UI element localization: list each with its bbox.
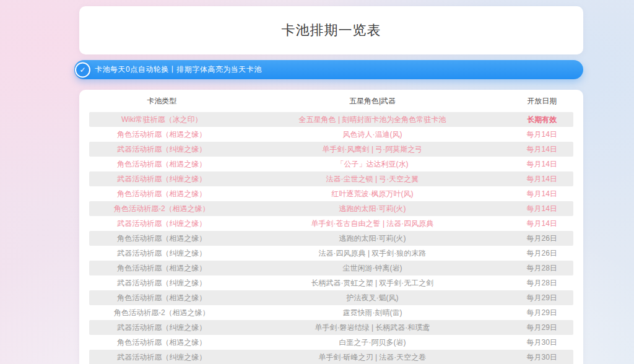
check-circle-icon: ✓ [75,62,90,77]
cell-items: 单手剑·苍古自由之誓 | 法器·四风原典 [235,219,511,229]
cell-date: 每月14日 [510,204,573,214]
cell-items: 单手剑·斫峰之刃 | 法器·天空之卷 [235,352,511,363]
cell-items: 霆霓快雨·刻晴(雷) [235,308,511,318]
table-row: 角色活动祈愿（相遇之缘）逃跑的太阳·可莉(火)每月26日 [89,231,573,246]
title-card: 卡池排期一览表 [79,6,583,54]
cell-type: 武器活动祈愿（纠缠之缘） [89,248,235,259]
table-row: 武器活动祈愿（纠缠之缘）单手剑·风鹰剑 | 弓·阿莫斯之弓每月14日 [89,142,573,157]
cell-date: 每月14日 [510,129,573,140]
table-row: 角色活动祈愿（相遇之缘）护法夜叉·魈(风)每月29日 [89,290,573,305]
table-row: 武器活动祈愿（纠缠之缘）单手剑·斫峰之刃 | 法器·天空之卷每月30日 [89,350,573,364]
cell-date: 每月14日 [510,174,573,184]
cell-items: 法器·四风原典 | 双手剑·狼的末路 [235,248,511,259]
cell-items: 单手剑·磐岩结绿 | 长柄武器·和璞鸢 [235,323,511,333]
table-body: Wiki常驻祈愿（冰之印）全五星角色 | 刻晴封面卡池为全角色常驻卡池长期有效角… [89,112,573,364]
table-row: 武器活动祈愿（纠缠之缘）法器·尘世之锁 | 弓·天空之翼每月14日 [89,171,573,186]
cell-items: 尘世闲游·钟离(岩) [235,263,511,274]
cell-date: 每月28日 [510,263,573,274]
table-header-five-star: 五星角色|武器 [235,96,511,106]
page-title: 卡池排期一览表 [282,21,381,40]
cell-date: 每月26日 [510,233,573,244]
cell-date: 长期有效 [510,115,573,125]
table-row: 武器活动祈愿（纠缠之缘）单手剑·苍古自由之誓 | 法器·四风原典每月14日 [89,216,573,231]
cell-items: 护法夜叉·魈(风) [235,293,511,303]
cell-date: 每月14日 [510,159,573,170]
cell-type: 武器活动祈愿（纠缠之缘） [89,174,235,184]
cell-type: 角色活动祈愿（相遇之缘） [89,233,235,244]
notice-banner: ✓ 卡池每天0点自动轮换丨排期字体高亮为当天卡池 [74,60,583,79]
cell-items: 逃跑的太阳·可莉(火) [235,204,511,214]
cell-items: 逃跑的太阳·可莉(火) [235,233,511,244]
cell-type: 角色活动祈愿（相遇之缘） [89,159,235,170]
table-row: 武器活动祈愿（纠缠之缘）单手剑·磐岩结绿 | 长柄武器·和璞鸢每月29日 [89,320,573,335]
cell-date: 每月28日 [510,278,573,288]
cell-type: 角色活动祈愿（相遇之缘） [89,337,235,348]
cell-type: Wiki常驻祈愿（冰之印） [89,115,235,125]
notice-text: 卡池每天0点自动轮换丨排期字体高亮为当天卡池 [95,64,262,75]
cell-type: 角色活动祈愿-2（相遇之缘） [89,204,235,214]
cell-type: 武器活动祈愿（纠缠之缘） [89,323,235,333]
cell-items: 红叶逐荒波·枫原万叶(风) [235,189,511,199]
cell-type: 武器活动祈愿（纠缠之缘） [89,278,235,288]
schedule-table: 卡池类型 五星角色|武器 开放日期 Wiki常驻祈愿（冰之印）全五星角色 | 刻… [79,90,583,364]
cell-type: 角色活动祈愿（相遇之缘） [89,189,235,199]
table-header-pool-type: 卡池类型 [89,96,235,106]
cell-type: 角色活动祈愿（相遇之缘） [89,263,235,274]
table-header-open-date: 开放日期 [510,96,573,106]
cell-items: 法器·尘世之锁 | 弓·天空之翼 [235,174,511,184]
table-row: 角色活动祈愿-2（相遇之缘）霆霓快雨·刻晴(雷)每月29日 [89,305,573,320]
table-row: 武器活动祈愿（纠缠之缘）法器·四风原典 | 双手剑·狼的末路每月26日 [89,246,573,261]
cell-items: 白垩之子·阿贝多(岩) [235,337,511,348]
cell-items: 全五星角色 | 刻晴封面卡池为全角色常驻卡池 [235,115,511,125]
cell-date: 每月30日 [510,352,573,363]
cell-date: 每月29日 [510,323,573,333]
cell-date: 每月14日 [510,219,573,229]
cell-type: 角色活动祈愿（相遇之缘） [89,293,235,303]
table-row: 角色活动祈愿（相遇之缘）红叶逐荒波·枫原万叶(风)每月14日 [89,186,573,201]
cell-date: 每月29日 [510,293,573,303]
cell-date: 每月29日 [510,308,573,318]
table-row: 角色活动祈愿（相遇之缘）尘世闲游·钟离(岩)每月28日 [89,261,573,275]
cell-type: 武器活动祈愿（纠缠之缘） [89,352,235,363]
table-row: 角色活动祈愿（相遇之缘）「公子」达达利亚(水)每月14日 [89,157,573,171]
cell-date: 每月14日 [510,144,573,155]
cell-date: 每月26日 [510,248,573,259]
table-row: 角色活动祈愿（相遇之缘）白垩之子·阿贝多(岩)每月30日 [89,335,573,350]
cell-date: 每月14日 [510,189,573,199]
cell-items: 单手剑·风鹰剑 | 弓·阿莫斯之弓 [235,144,511,155]
cell-items: 「公子」达达利亚(水) [235,159,511,170]
cell-items: 长柄武器·贯虹之槊 | 双手剑·无工之剑 [235,278,511,288]
cell-type: 武器活动祈愿（纠缠之缘） [89,144,235,155]
cell-type: 角色活动祈愿（相遇之缘） [89,129,235,140]
cell-type: 角色活动祈愿-2（相遇之缘） [89,308,235,318]
table-header-row: 卡池类型 五星角色|武器 开放日期 [89,90,573,112]
table-row: 武器活动祈愿（纠缠之缘）长柄武器·贯虹之槊 | 双手剑·无工之剑每月28日 [89,275,573,290]
cell-date: 每月30日 [510,337,573,348]
cell-type: 武器活动祈愿（纠缠之缘） [89,219,235,229]
cell-items: 风色诗人·温迪(风) [235,129,511,140]
table-row: Wiki常驻祈愿（冰之印）全五星角色 | 刻晴封面卡池为全角色常驻卡池长期有效 [89,112,573,127]
table-row: 角色活动祈愿-2（相遇之缘）逃跑的太阳·可莉(火)每月14日 [89,201,573,216]
table-row: 角色活动祈愿（相遇之缘）风色诗人·温迪(风)每月14日 [89,127,573,142]
